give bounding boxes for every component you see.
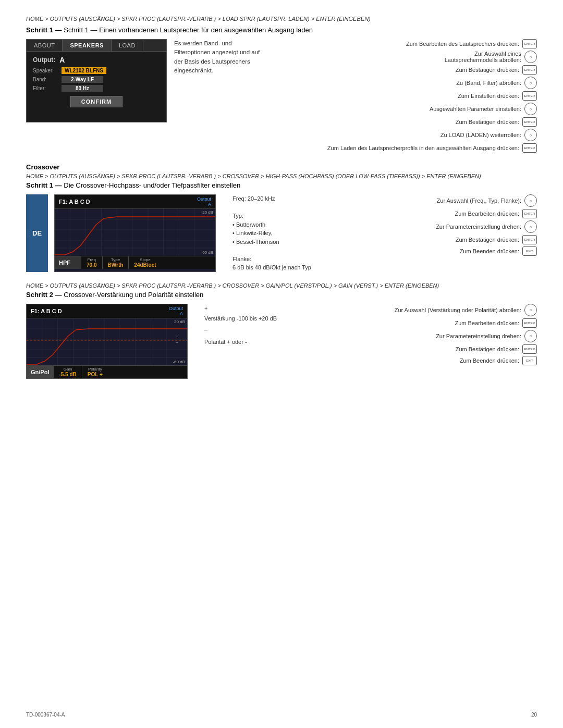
xover1-instr-1: Zur Auswahl (Freq., Typ, Flanke): ○ — [321, 194, 537, 207]
xover-step1-screen: F1: A B C D OutputA 20 dB -60 dB — [54, 194, 216, 272]
xover-param-polarity: Polarity POL + — [82, 366, 108, 378]
tab-about[interactable]: ABOUT — [27, 40, 63, 51]
step1-instructions: Zum Bearbeiten des Lautsprechers drücken… — [286, 39, 537, 153]
xover-step2-graph: 20 dB -60 dB — [27, 318, 187, 365]
screen-tabs: ABOUT SPEAKERS LOAD — [27, 40, 166, 52]
step1-heading: Schritt 1 — Schritt 1 — Einen vorhandene… — [26, 26, 537, 34]
instr-1: Zum Bearbeiten des Lautsprechers drücken… — [286, 39, 537, 48]
exit-icon-x2: EXIT — [522, 356, 537, 365]
svg-text:–: – — [176, 339, 178, 344]
instr-5: Zum Einstellen drücken: ENTER — [286, 91, 537, 101]
xover-step1-heading: Schritt 1 — Die Crossover-Hochpass- und/… — [26, 181, 537, 189]
xover2-instr-4: Zum Bestätigen drücken: ENTER — [286, 344, 537, 354]
xover-step1-inner: F1: A B C D OutputA 20 dB -60 dB — [54, 194, 537, 272]
scroll-icon-x2: ○ — [524, 220, 537, 233]
xover-step2-instructions: Zur Auswahl (Verstärkung oder Polarität)… — [286, 304, 537, 365]
xover-param-slope: Slope 24dB/oct — [128, 256, 161, 269]
instr-9: Zum Laden des Lautsprecherprofils in den… — [286, 143, 537, 153]
xover-step2-svg: + – — [27, 318, 187, 365]
xover-mode-gnpol: Gn/Pol — [27, 366, 53, 378]
crossover-title: Crossover — [26, 163, 537, 171]
page-footer: TD-000367-04-A 20 — [26, 712, 537, 718]
enter-icon-1: ENTER — [522, 39, 537, 48]
step1-description: Es werden Band- und Filteroptionen angez… — [174, 39, 263, 75]
xover-step2-breadcrumb: HOME > OUTPUTS (AUSGÄNGE) > SPKR PROC (L… — [26, 282, 537, 289]
scroll-icon-x3: ○ — [524, 304, 537, 316]
doc-id: TD-000367-04-A — [26, 712, 65, 718]
xover-step1-graph: 20 dB -60 dB — [55, 209, 215, 256]
xover-step1-breadcrumb: HOME > OUTPUTS (AUSGÄNGE) > SPKR PROC (L… — [26, 173, 537, 179]
xover1-instr-4: Zum Bestätigen drücken: ENTER — [321, 235, 537, 244]
instr-2: Zur Auswahl einesLautsprechermodells abr… — [286, 51, 537, 63]
xover-header: F1: A B C D OutputA — [55, 195, 215, 209]
xover-step2-heading: Schritt 2 — Crossover-Verstärkung und Po… — [26, 291, 537, 299]
instr-4: Zu (Band, Filter) abrollen: ○ — [286, 77, 537, 89]
step1-left: ABOUT SPEAKERS LOAD Output: A Speaker: W… — [26, 39, 263, 122]
speaker-screen: ABOUT SPEAKERS LOAD Output: A Speaker: W… — [26, 39, 167, 122]
speaker-field-row: Speaker: WL2102 BLFNS — [33, 67, 160, 74]
xover-step1-wrapper: DE F1: A B C D OutputA 20 dB -60 dB — [26, 194, 537, 272]
scroll-icon-2: ○ — [524, 77, 537, 89]
crossover-section: Crossover HOME > OUTPUTS (AUSGÄNGE) > SP… — [26, 163, 537, 379]
xover-param-gain: Gain -5.5 dB — [53, 366, 81, 378]
tab-load[interactable]: LOAD — [112, 40, 143, 51]
enter-icon-x3: ENTER — [522, 318, 537, 328]
enter-icon-2: ENTER — [522, 65, 537, 75]
xover-mode-hpf: HPF — [55, 256, 81, 269]
section1: HOME > OUTPUTS (AUSGÄNGE) > SPKR PROC (L… — [26, 16, 537, 153]
instr-7: Zum Bestätigen drücken: ENTER — [286, 117, 537, 127]
xover-step2-desc: + Verstärkung -100 bis +20 dB – Polaritä… — [204, 304, 277, 347]
page-number: 20 — [531, 712, 537, 718]
svg-text:+: + — [176, 334, 178, 339]
enter-icon-x1: ENTER — [522, 209, 537, 218]
scroll-icon-3: ○ — [524, 103, 537, 115]
xover1-instr-2: Zum Bearbeiten drücken: ENTER — [321, 209, 537, 218]
xover-param-freq: Freq 70.0 — [81, 256, 102, 269]
xover2-instr-1: Zur Auswahl (Verstärkung oder Polarität)… — [286, 304, 537, 316]
xover2-instr-5: Zum Beenden drücken: EXIT — [286, 356, 537, 365]
xover-step1-svg — [55, 209, 215, 256]
xover1-instr-3: Zur Parametereinstellung drehen: ○ — [321, 220, 537, 233]
exit-icon-x1: EXIT — [522, 246, 537, 256]
step1-content-row: ABOUT SPEAKERS LOAD Output: A Speaker: W… — [26, 39, 537, 153]
scroll-icon-x1: ○ — [524, 194, 537, 207]
enter-icon-5: ENTER — [522, 143, 537, 153]
xover1-instr-5: Zum Beenden drücken: EXIT — [321, 246, 537, 256]
instr-8: Zu LOAD (LADEN) weiterrollen: ○ — [286, 129, 537, 141]
breadcrumb1: HOME > OUTPUTS (AUSGÄNGE) > SPKR PROC (L… — [26, 16, 537, 22]
xover2-header: F1: A B C D OutputA — [27, 304, 187, 318]
scroll-icon-1: ○ — [524, 51, 537, 63]
xover-step2-wrapper: F1: A B C D OutputA 20 dB -60 dB — [26, 304, 537, 379]
scroll-icon-4: ○ — [524, 129, 537, 141]
confirm-button[interactable]: CONFIRM — [70, 96, 123, 107]
screen-body: Output: A Speaker: WL2102 BLFNS Band: 2-… — [27, 52, 166, 116]
xover2-instr-3: Zur Parametereinstellung drehen: ○ — [286, 330, 537, 342]
instr-6: Ausgewählten Parameter einstellen: ○ — [286, 103, 537, 115]
enter-icon-x4: ENTER — [522, 344, 537, 354]
enter-icon-x2: ENTER — [522, 235, 537, 244]
de-badge: DE — [26, 194, 48, 272]
xover-step1-instructions: Zur Auswahl (Freq., Typ, Flanke): ○ Zum … — [321, 194, 537, 272]
instr-3: Zum Bestätigen drücken: ENTER — [286, 65, 537, 75]
xover-step2-footer: Gn/Pol Gain -5.5 dB Polarity POL + — [27, 365, 187, 378]
filter-field-row: Filter: 80 Hz — [33, 85, 160, 92]
xover2-instr-2: Zum Bearbeiten drücken: ENTER — [286, 318, 537, 328]
xover-param-type: Type BWrth — [102, 256, 129, 269]
xover-step1-desc: Freq: 20–20 kHz Typ:• Butterworth• Linkw… — [232, 194, 311, 272]
tab-speakers[interactable]: SPEAKERS — [63, 40, 112, 51]
enter-icon-3: ENTER — [522, 91, 537, 101]
xover-step2-screen: F1: A B C D OutputA 20 dB -60 dB — [26, 304, 188, 379]
output-row: Output: A — [33, 56, 160, 64]
xover-step1-footer: HPF Freq 70.0 Type BWrth Slope 24dB/oct — [55, 256, 215, 269]
band-field-row: Band: 2-Way LF — [33, 76, 160, 83]
scroll-icon-x4: ○ — [524, 330, 537, 342]
enter-icon-4: ENTER — [522, 117, 537, 127]
